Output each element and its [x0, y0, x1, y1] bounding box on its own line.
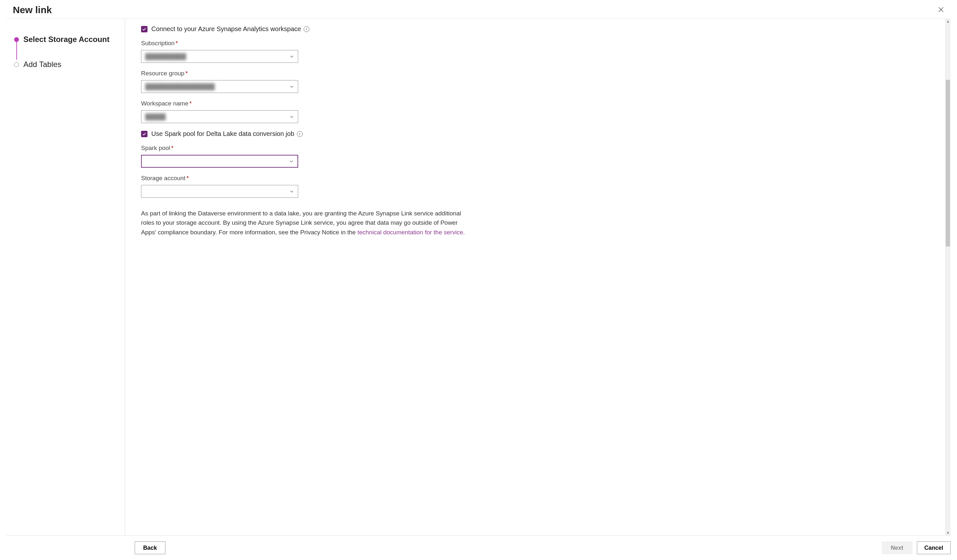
wizard-step-select-storage[interactable]: Select Storage Account [14, 35, 117, 44]
subscription-value: ██████████ [145, 53, 186, 60]
workspace-name-select[interactable]: █████ [141, 110, 298, 123]
step-label: Add Tables [24, 60, 61, 69]
close-button[interactable] [938, 5, 944, 15]
step-indicator-icon [14, 62, 19, 67]
required-indicator: * [176, 40, 178, 46]
chevron-down-icon [289, 114, 294, 119]
label-text: Resource group [141, 70, 184, 77]
step-connector-line [16, 40, 17, 60]
dialog-header: New link [6, 0, 951, 19]
wizard-steps-sidebar: Select Storage Account Add Tables [6, 19, 125, 535]
label-text: Storage account [141, 175, 185, 181]
checkmark-icon [142, 132, 147, 136]
scroll-down-arrow-icon[interactable]: ▼ [946, 530, 950, 535]
chevron-down-icon [289, 159, 294, 164]
workspace-name-value: █████ [145, 114, 166, 120]
close-icon [938, 6, 944, 13]
use-spark-pool-checkbox[interactable] [141, 131, 147, 137]
scroll-thumb[interactable] [946, 80, 950, 246]
next-button: Next [882, 541, 913, 554]
checkmark-icon [142, 27, 147, 32]
subscription-label: Subscription* [141, 40, 935, 47]
resource-group-select[interactable]: █████████████████ [141, 80, 298, 93]
cancel-button[interactable]: Cancel [917, 541, 951, 554]
dialog-body: Select Storage Account Add Tables Connec… [6, 19, 951, 536]
spark-pool-select[interactable] [141, 155, 298, 168]
connect-synapse-label: Connect to your Azure Synapse Analytics … [151, 25, 301, 33]
technical-documentation-link[interactable]: technical documentation for the service. [357, 229, 465, 236]
subscription-field: Subscription* ██████████ [141, 40, 935, 63]
spark-pool-row: Use Spark pool for Delta Lake data conve… [141, 130, 935, 137]
required-indicator: * [171, 145, 174, 151]
dialog-footer: Back Next Cancel [0, 536, 957, 560]
workspace-name-field: Workspace name* █████ [141, 100, 935, 123]
spark-pool-field: Spark pool* [141, 145, 935, 168]
resource-group-value: █████████████████ [145, 84, 215, 90]
scroll-up-arrow-icon[interactable]: ▲ [946, 19, 950, 24]
back-button[interactable]: Back [135, 541, 166, 554]
wizard-step-add-tables[interactable]: Add Tables [14, 60, 117, 69]
info-icon[interactable]: i [303, 26, 310, 32]
required-indicator: * [190, 100, 192, 107]
use-spark-pool-label: Use Spark pool for Delta Lake data conve… [151, 130, 294, 137]
chevron-down-icon [289, 54, 294, 59]
label-text: Spark pool [141, 145, 170, 151]
connect-synapse-row: Connect to your Azure Synapse Analytics … [141, 25, 935, 33]
chevron-down-icon [289, 84, 294, 89]
resource-group-label: Resource group* [141, 70, 935, 77]
chevron-down-icon [289, 189, 294, 194]
required-indicator: * [185, 70, 188, 77]
resource-group-field: Resource group* █████████████████ [141, 70, 935, 93]
form-content: Connect to your Azure Synapse Analytics … [125, 19, 951, 535]
spark-pool-label: Spark pool* [141, 145, 935, 151]
label-text: Workspace name [141, 100, 188, 107]
legal-notice: As part of linking the Dataverse environ… [141, 209, 468, 237]
storage-account-select[interactable] [141, 185, 298, 198]
step-indicator-icon [14, 37, 19, 42]
workspace-name-label: Workspace name* [141, 100, 935, 107]
vertical-scrollbar[interactable]: ▲ ▼ [945, 19, 951, 535]
required-indicator: * [186, 175, 188, 181]
subscription-select[interactable]: ██████████ [141, 50, 298, 63]
storage-account-label: Storage account* [141, 175, 935, 182]
step-label: Select Storage Account [24, 35, 110, 44]
dialog-title: New link [13, 5, 52, 16]
new-link-dialog: New link Select Storage Account Add Tabl… [0, 0, 957, 560]
storage-account-field: Storage account* [141, 175, 935, 198]
info-icon[interactable]: i [297, 131, 303, 137]
label-text: Subscription [141, 40, 175, 46]
connect-synapse-checkbox[interactable] [141, 26, 147, 32]
